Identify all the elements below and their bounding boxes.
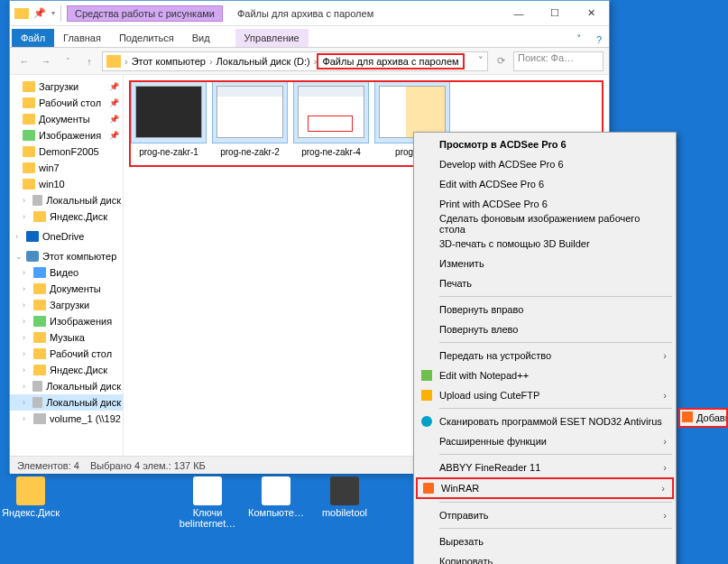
desktop-icon-computers[interactable]: Компьюте… <box>251 476 301 529</box>
tree-win10[interactable]: win10 <box>10 176 123 192</box>
ctx-print-acdsee[interactable]: Print with ACDSee Pro 6 <box>416 194 674 214</box>
ribbon-tabs: Файл Главная Поделиться Вид Управление ˅… <box>10 26 609 48</box>
tree-onedrive[interactable]: ›OneDrive <box>10 228 123 245</box>
search-input[interactable]: Поиск: Фа… <box>513 51 604 71</box>
forward-button[interactable]: → <box>37 52 55 70</box>
status-count: Элементов: 4 <box>17 460 79 471</box>
crumb-disk[interactable]: Локальный диск (D:) <box>213 56 314 67</box>
desktop-icon-keys[interactable]: Ключи belinternet… <box>182 476 233 529</box>
qat-pin-icon[interactable]: 📌 <box>32 5 48 22</box>
chevron-right-icon: › <box>663 436 667 447</box>
refresh-button[interactable]: ⟳ <box>492 52 510 70</box>
ctx-rotate-right[interactable]: Повернуть вправо <box>416 300 674 319</box>
ctx-edit-acdsee[interactable]: Edit with ACDSee Pro 6 <box>416 174 674 194</box>
up-button[interactable]: ↑ <box>80 52 98 70</box>
path-folder-icon <box>106 55 121 68</box>
recent-button[interactable]: ˅ <box>59 52 77 70</box>
desktop-icon-yandex[interactable]: Яндекс.Диск <box>5 476 56 529</box>
winrar-submenu-item[interactable]: Добави <box>678 408 728 428</box>
ctx-notepadpp[interactable]: Edit with Notepad++ <box>416 365 674 385</box>
ribbon-expand-icon[interactable]: ˅ <box>569 32 589 47</box>
tree-documents[interactable]: Документы📌 <box>10 111 123 127</box>
tab-home[interactable]: Главная <box>54 29 110 47</box>
tree-win7[interactable]: win7 <box>10 160 123 176</box>
tree-pictures[interactable]: Изображения📌 <box>10 127 123 143</box>
ctx-cut[interactable]: Вырезать <box>416 532 674 551</box>
chevron-right-icon: › <box>663 462 667 473</box>
tree-videos[interactable]: ›Видео <box>10 264 123 281</box>
desktop-icons: Яндекс.Диск Ключи belinternet… Компьюте…… <box>5 476 370 529</box>
crumb-current[interactable]: Файлы для архива с паролем <box>317 53 464 69</box>
chevron-right-icon: › <box>663 510 667 521</box>
chevron-right-icon: › <box>663 350 667 361</box>
tab-file[interactable]: Файл <box>12 29 54 47</box>
ctx-abbyy[interactable]: ABBYY FineReader 11› <box>416 458 674 477</box>
tree-music[interactable]: ›Музыка <box>10 329 123 346</box>
tab-manage[interactable]: Управление <box>235 29 309 47</box>
back-button[interactable]: ← <box>15 52 33 70</box>
ctx-copy[interactable]: Копировать <box>416 551 674 564</box>
ctx-ext-funcs[interactable]: Расширенные функции› <box>416 431 674 451</box>
desktop-icon-mobiletool[interactable]: mobiletool <box>319 476 370 529</box>
tree-localdisk[interactable]: ›Локальный диск <box>10 192 123 208</box>
ctx-3dprint[interactable]: 3D-печать с помощью 3D Builder <box>416 234 674 254</box>
cuteftp-icon <box>421 390 432 401</box>
tree-desktop2[interactable]: ›Рабочий стол <box>10 346 123 362</box>
notepadpp-icon <box>421 370 432 381</box>
tree-localdisk2[interactable]: ›Локальный диск <box>10 378 123 394</box>
ctx-edit[interactable]: Изменить <box>416 254 674 273</box>
breadcrumb[interactable]: › Этот компьютер › Локальный диск (D:) ›… <box>102 51 488 71</box>
ctx-cuteftp[interactable]: Upload using CuteFTP› <box>416 385 674 405</box>
ctx-winrar[interactable]: WinRAR› <box>416 477 674 499</box>
ctx-view-acdsee[interactable]: Просмотр в ACDSee Pro 6 <box>416 134 674 154</box>
file-item-1[interactable]: prog-ne-zakr-1 <box>129 80 208 157</box>
file-item-3[interactable]: prog-ne-zakr-4 <box>291 80 371 157</box>
tree-pictures2[interactable]: ›Изображения <box>10 313 123 329</box>
nav-tree[interactable]: Загрузки📌 Рабочий стол📌 Документы📌 Изобр… <box>10 75 124 456</box>
winrar-icon <box>682 411 693 422</box>
ctx-wallpaper[interactable]: Сделать фоновым изображением рабочего ст… <box>416 214 674 234</box>
tree-localdisk3[interactable]: ›Локальный диск <box>10 394 123 411</box>
winrar-icon <box>423 483 434 494</box>
close-button[interactable]: ✕ <box>573 1 609 26</box>
folder-icon[interactable] <box>14 5 30 22</box>
path-dropdown-icon[interactable]: ˅ <box>478 55 484 67</box>
ctx-rotate-left[interactable]: Повернуть влево <box>416 319 674 339</box>
titlebar: 📌 ▾ Средства работы с рисунками Файлы дл… <box>10 1 609 26</box>
eset-icon <box>421 416 432 427</box>
qat-dropdown-icon[interactable]: ▾ <box>50 9 55 17</box>
contextual-tab-label: Средства работы с рисунками <box>67 5 223 22</box>
file-item-2[interactable]: prog-ne-zakr-2 <box>210 80 290 157</box>
crumb-pc[interactable]: Этот компьютер <box>128 56 209 67</box>
ctx-eset[interactable]: Сканировать программой ESET NOD32 Antivi… <box>416 411 674 431</box>
tab-share[interactable]: Поделиться <box>110 29 183 47</box>
tree-thispc[interactable]: ⌄Этот компьютер <box>10 248 123 264</box>
tree-yandex[interactable]: ›Яндекс.Диск <box>10 208 123 225</box>
window-title: Файлы для архива с паролем <box>226 8 373 19</box>
chevron-right-icon: › <box>661 483 665 494</box>
maximize-button[interactable]: ☐ <box>537 1 573 26</box>
tree-desktop[interactable]: Рабочий стол📌 <box>10 95 123 111</box>
ctx-send-to[interactable]: Отправить› <box>416 505 674 525</box>
chevron-right-icon: › <box>663 390 667 401</box>
help-icon[interactable]: ? <box>589 32 609 47</box>
tree-downloads[interactable]: Загрузки📌 <box>10 79 123 95</box>
ctx-cast[interactable]: Передать на устройство› <box>416 346 674 365</box>
status-selected: Выбрано 4 элем.: 137 КБ <box>90 460 206 471</box>
minimize-button[interactable]: — <box>501 1 537 26</box>
ctx-develop-acdsee[interactable]: Develop with ACDSee Pro 6 <box>416 154 674 174</box>
tree-downloads2[interactable]: ›Загрузки <box>10 297 123 313</box>
address-bar: ← → ˅ ↑ › Этот компьютер › Локальный дис… <box>10 48 609 75</box>
tab-view[interactable]: Вид <box>183 29 219 47</box>
tree-documents2[interactable]: ›Документы <box>10 281 123 297</box>
file-label: prog-ne-zakr-2 <box>220 143 280 157</box>
tree-demon[interactable]: DemonF2005 <box>10 143 123 160</box>
file-label: prog-ne-zakr-1 <box>139 143 198 157</box>
tree-yandex2[interactable]: ›Яндекс.Диск <box>10 362 123 378</box>
ctx-print[interactable]: Печать <box>416 273 674 293</box>
file-label: prog-ne-zakr-4 <box>301 143 361 157</box>
context-menu: Просмотр в ACDSee Pro 6 Develop with ACD… <box>413 132 677 564</box>
submenu-label: Добави <box>696 412 728 423</box>
tree-volume[interactable]: ›volume_1 (\\192 <box>10 411 123 427</box>
